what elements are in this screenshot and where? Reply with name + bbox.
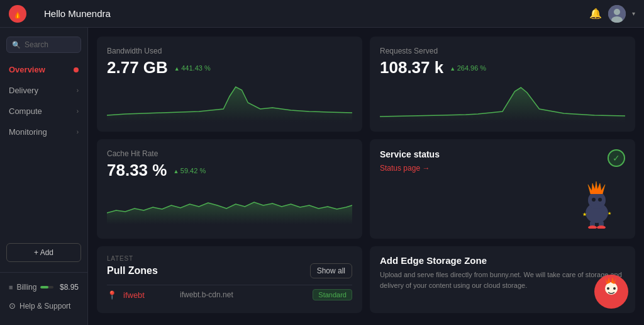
sidebar-item-label: Monitoring [9, 127, 47, 137]
service-status-card: Service status Status page → ✓ [370, 139, 635, 239]
pull-zones-title: Pull Zones [107, 265, 158, 277]
logo [9, 5, 26, 23]
billing-bar-fill [40, 286, 48, 288]
svg-point-6 [592, 198, 596, 202]
bandwidth-badge: 441.43 % [174, 64, 211, 72]
pull-zone-host: ifwebt.b-cdn.net [180, 290, 306, 299]
edge-storage-description: Upload and serve files directly from bun… [380, 270, 625, 290]
help-label: Help & Support [19, 302, 70, 311]
requests-title: Requests Served [380, 47, 625, 55]
svg-point-17 [613, 287, 616, 290]
help-support-item[interactable]: ⊙ Help & Support [0, 297, 87, 315]
bandwidth-card: Bandwidth Used 2.77 GB 441.43 % [97, 37, 362, 132]
user-menu-chevron-icon[interactable]: ▾ [632, 10, 635, 17]
cache-chart [107, 186, 352, 224]
middle-cards-row: Cache Hit Rate 78.33 % 59.42 % [97, 139, 635, 239]
sidebar-item-delivery[interactable]: Delivery › [0, 80, 87, 101]
bottom-row: LATEST Pull Zones Show all 📍 ifwebt ifwe… [97, 246, 635, 313]
sidebar-item-label: Compute [9, 106, 42, 116]
active-indicator [74, 67, 79, 72]
svg-point-2 [614, 9, 620, 15]
add-button[interactable]: + Add [6, 243, 81, 262]
mascot-area: ★ ★ [380, 173, 625, 229]
chevron-icon: › [77, 128, 79, 135]
svg-text:★: ★ [608, 211, 611, 215]
pull-zones-card: LATEST Pull Zones Show all 📍 ifwebt ifwe… [97, 246, 362, 313]
requests-badge: 264.96 % [450, 64, 486, 72]
location-icon: 📍 [107, 290, 117, 300]
edge-storage-title: Add Edge Storage Zone [380, 255, 625, 266]
page-title: Hello Munendra [44, 8, 111, 19]
latest-label: LATEST [107, 255, 352, 262]
chevron-icon: › [77, 108, 79, 115]
svg-point-16 [607, 287, 609, 290]
topnav: Hello Munendra 🔔 ▾ [0, 0, 644, 28]
billing-amount: $8.95 [60, 283, 79, 292]
avatar[interactable] [608, 5, 626, 23]
search-box[interactable]: 🔍 Search [6, 37, 81, 53]
billing-row[interactable]: ≡ Billing $8.95 [0, 278, 87, 297]
cache-title: Cache Hit Rate [107, 149, 352, 158]
requests-card: Requests Served 108.37 k 264.96 % [370, 37, 635, 132]
show-all-button[interactable]: Show all [310, 263, 352, 278]
svg-point-5 [588, 191, 606, 209]
bell-icon[interactable]: 🔔 [589, 8, 602, 20]
pull-zones-header: Pull Zones Show all [107, 263, 352, 278]
cache-card: Cache Hit Rate 78.33 % 59.42 % [97, 139, 362, 239]
search-icon: 🔍 [12, 41, 21, 49]
edge-storage-mascot [594, 275, 629, 309]
svg-text:★: ★ [582, 212, 587, 217]
status-page-link[interactable]: Status page → [380, 164, 430, 173]
requests-value: 108.37 k 264.96 % [380, 58, 625, 77]
search-wrap: 🔍 Search [0, 33, 87, 59]
cache-badge: 59.42 % [173, 167, 206, 174]
sidebar-item-overview[interactable]: Overview [0, 59, 87, 80]
help-icon: ⊙ [9, 301, 16, 311]
pull-zone-name[interactable]: ifwebt [123, 290, 174, 300]
main-content: Bandwidth Used 2.77 GB 441.43 % [88, 28, 644, 325]
cache-value: 78.33 % 59.42 % [107, 161, 352, 180]
pull-zone-badge: Standard [313, 289, 352, 300]
bandwidth-value: 2.77 GB 441.43 % [107, 58, 352, 77]
billing-progress-bar [40, 286, 53, 288]
bandwidth-chart [107, 84, 352, 122]
chevron-icon: › [77, 87, 79, 94]
svg-point-13 [597, 225, 606, 229]
search-input[interactable]: Search [25, 40, 48, 49]
billing-icon: ≡ [9, 283, 13, 291]
top-cards-row: Bandwidth Used 2.77 GB 441.43 % [97, 37, 635, 132]
service-status-title: Service status [380, 149, 440, 159]
sidebar: 🔍 Search Overview Delivery › Compute › M [0, 28, 88, 325]
sidebar-item-compute[interactable]: Compute › [0, 101, 87, 122]
sidebar-item-label: Overview [9, 65, 45, 74]
mascot-image: ★ ★ [569, 178, 625, 229]
bandwidth-title: Bandwidth Used [107, 47, 352, 55]
pull-zone-row: 📍 ifwebt ifwebt.b-cdn.net Standard [107, 285, 352, 304]
svg-point-12 [588, 225, 597, 229]
edge-storage-card: Add Edge Storage Zone Upload and serve f… [370, 246, 635, 313]
requests-chart [380, 84, 625, 122]
sidebar-item-label: Delivery [9, 86, 38, 95]
status-ok-badge: ✓ [608, 149, 625, 167]
svg-point-7 [598, 198, 602, 202]
sidebar-item-monitoring[interactable]: Monitoring › [0, 122, 87, 142]
billing-label: Billing [16, 283, 36, 292]
